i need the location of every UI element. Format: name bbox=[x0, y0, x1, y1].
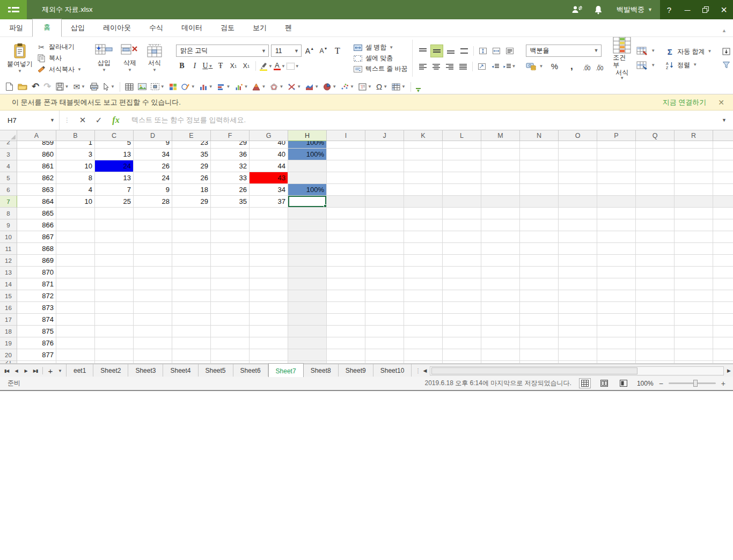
cell-I17[interactable] bbox=[327, 314, 365, 326]
cell-F11[interactable] bbox=[211, 243, 250, 255]
cell-G7[interactable]: 37 bbox=[250, 196, 288, 208]
cell-D11[interactable] bbox=[134, 243, 172, 255]
menu-tab-4[interactable]: 수식 bbox=[140, 20, 172, 36]
cell-J19[interactable] bbox=[365, 337, 404, 349]
cell-K13[interactable] bbox=[404, 267, 443, 278]
cell-G5[interactable]: 43 bbox=[250, 172, 288, 184]
cell-P5[interactable] bbox=[597, 172, 636, 184]
cell-B19[interactable] bbox=[56, 337, 95, 349]
cell-D6[interactable]: 9 bbox=[134, 184, 172, 196]
cell-C20[interactable] bbox=[95, 349, 134, 361]
cell-M20[interactable] bbox=[481, 349, 520, 361]
cell-E18[interactable] bbox=[172, 326, 211, 337]
cell-E3[interactable]: 35 bbox=[172, 149, 211, 160]
cell-R17[interactable] bbox=[675, 314, 713, 326]
cell-L16[interactable] bbox=[443, 302, 481, 314]
text-style-button[interactable]: T bbox=[332, 45, 343, 57]
cell-Q7[interactable] bbox=[636, 196, 675, 208]
cell-A4[interactable]: 861 bbox=[17, 160, 56, 172]
chart-area-button[interactable]: ▼ bbox=[303, 80, 321, 93]
cell-R5[interactable] bbox=[675, 172, 713, 184]
cell-K2[interactable] bbox=[404, 141, 443, 149]
cell-C15[interactable] bbox=[95, 290, 134, 302]
menu-tab-3[interactable]: 레이아웃 bbox=[94, 20, 140, 36]
cell-L4[interactable] bbox=[443, 160, 481, 172]
cell-partial-13[interactable] bbox=[713, 267, 733, 278]
cell-E5[interactable]: 26 bbox=[172, 172, 211, 184]
row-header-8[interactable]: 8 bbox=[0, 208, 17, 219]
cell-B12[interactable] bbox=[56, 255, 95, 267]
cell-I9[interactable] bbox=[327, 219, 365, 231]
cell-R20[interactable] bbox=[675, 349, 713, 361]
row-header-16[interactable]: 16 bbox=[0, 302, 17, 314]
cell-D17[interactable] bbox=[134, 314, 172, 326]
cell-F15[interactable] bbox=[211, 290, 250, 302]
cell-I20[interactable] bbox=[327, 349, 365, 361]
column-header-partial[interactable] bbox=[713, 130, 733, 141]
cell-K18[interactable] bbox=[404, 326, 443, 337]
cell-C6[interactable]: 7 bbox=[95, 184, 134, 196]
cell-L11[interactable] bbox=[443, 243, 481, 255]
cell-H7[interactable] bbox=[288, 196, 327, 208]
align-center-button[interactable] bbox=[430, 61, 442, 72]
page-break-view-button[interactable] bbox=[618, 378, 629, 388]
cell-G13[interactable] bbox=[250, 267, 288, 278]
cell-Q11[interactable] bbox=[636, 243, 675, 255]
percent-style-button[interactable]: % bbox=[548, 61, 560, 72]
cell-B18[interactable] bbox=[56, 326, 95, 337]
column-header-H[interactable]: H bbox=[288, 130, 327, 141]
cell-R14[interactable] bbox=[675, 278, 713, 290]
cell-L12[interactable] bbox=[443, 255, 481, 267]
cell-J3[interactable] bbox=[365, 149, 404, 160]
cell-C11[interactable] bbox=[95, 243, 134, 255]
cell-R8[interactable] bbox=[675, 208, 713, 219]
cell-E11[interactable] bbox=[172, 243, 211, 255]
cell-I18[interactable] bbox=[327, 326, 365, 337]
cell-L14[interactable] bbox=[443, 278, 481, 290]
last-sheet-button[interactable]: ▶▮ bbox=[31, 366, 40, 375]
cell-O2[interactable] bbox=[559, 141, 597, 149]
share-user-button[interactable] bbox=[566, 5, 588, 14]
cell-C2[interactable]: 5 bbox=[95, 141, 134, 149]
horizontal-scrollbar-thumb[interactable] bbox=[431, 367, 637, 374]
cell-partial-16[interactable] bbox=[713, 302, 733, 314]
cell-I11[interactable] bbox=[327, 243, 365, 255]
cell-K10[interactable] bbox=[404, 231, 443, 243]
cancel-entry-icon[interactable]: ✕ bbox=[75, 115, 91, 125]
cell-Q14[interactable] bbox=[636, 278, 675, 290]
page-layout-view-button[interactable] bbox=[598, 378, 610, 388]
column-header-J[interactable]: J bbox=[365, 130, 404, 141]
pivot-table-button[interactable]: ▼ bbox=[390, 80, 408, 93]
delete-cells-button[interactable]: 삭제 ▼ bbox=[117, 43, 143, 73]
cell-I6[interactable] bbox=[327, 184, 365, 196]
cell-I5[interactable] bbox=[327, 172, 365, 184]
cell-G9[interactable] bbox=[250, 219, 288, 231]
cell-H13[interactable] bbox=[288, 267, 327, 278]
cell-H8[interactable] bbox=[288, 208, 327, 219]
cell-A16[interactable]: 873 bbox=[17, 302, 56, 314]
cell-M18[interactable] bbox=[481, 326, 520, 337]
cell-O16[interactable] bbox=[559, 302, 597, 314]
font-family-select[interactable]: 맑은 고딕▼ bbox=[176, 45, 269, 57]
cell-O13[interactable] bbox=[559, 267, 597, 278]
cell-K14[interactable] bbox=[404, 278, 443, 290]
cell-B3[interactable]: 3 bbox=[56, 149, 95, 160]
cell-K7[interactable] bbox=[404, 196, 443, 208]
cell-K17[interactable] bbox=[404, 314, 443, 326]
merge-cells-button[interactable]: 셀 병합▼ bbox=[353, 43, 408, 52]
cell-G4[interactable]: 44 bbox=[250, 160, 288, 172]
cell-P6[interactable] bbox=[597, 184, 636, 196]
add-sheet-button[interactable]: + bbox=[46, 366, 55, 375]
cell-B6[interactable]: 4 bbox=[56, 184, 95, 196]
cell-R7[interactable] bbox=[675, 196, 713, 208]
cell-O5[interactable] bbox=[559, 172, 597, 184]
cell-partial-9[interactable] bbox=[713, 219, 733, 231]
cell-G11[interactable] bbox=[250, 243, 288, 255]
zoom-out-button[interactable]: − bbox=[659, 379, 663, 388]
cell-partial-12[interactable] bbox=[713, 255, 733, 267]
cell-K20[interactable] bbox=[404, 349, 443, 361]
format-cells-button[interactable]: 서식 ▼ bbox=[143, 43, 166, 73]
cell-H20[interactable] bbox=[288, 349, 327, 361]
cell-partial-17[interactable] bbox=[713, 314, 733, 326]
cell-J20[interactable] bbox=[365, 349, 404, 361]
